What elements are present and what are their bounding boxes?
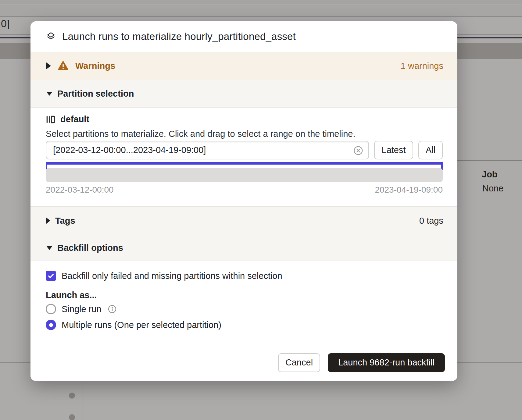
tags-section-toggle[interactable]: Tags 0 tags [30, 206, 457, 235]
multiple-runs-label: Multiple runs (One per selected partitio… [62, 320, 221, 330]
warnings-label: Warnings [75, 61, 115, 71]
timeline-end-date: 2023-04-19-09:00 [375, 185, 443, 195]
checkbox-label: Backfill only failed and missing partiti… [62, 271, 282, 281]
dialog-footer: Cancel Launch 9682-run backfill [30, 344, 457, 381]
failed-missing-checkbox-row[interactable]: Backfill only failed and missing partiti… [46, 271, 282, 281]
single-run-label: Single run [62, 304, 102, 314]
backfill-options-header: Backfill options [57, 243, 123, 253]
partition-helper-text: Select partitions to materialize. Click … [46, 129, 356, 139]
warnings-count: 1 warnings [401, 61, 443, 71]
chevron-down-icon [46, 246, 52, 250]
partition-input-row: [2022-03-12-00:00...2023-04-19-09:00] La… [46, 141, 443, 159]
launch-as-label: Launch as... [46, 290, 97, 300]
backfill-options-toggle[interactable]: Backfill options [30, 235, 457, 261]
warning-icon [58, 61, 69, 71]
single-run-option[interactable]: Single run [46, 304, 117, 314]
backfill-options-content: Backfill only failed and missing partiti… [30, 261, 457, 344]
chevron-down-icon [46, 92, 52, 96]
dialog-header: Launch runs to materialize hourly_partit… [30, 21, 457, 52]
checkbox-checked-icon[interactable] [46, 271, 56, 281]
multiple-runs-option[interactable]: Multiple runs (One per selected partitio… [46, 320, 221, 330]
all-button[interactable]: All [418, 141, 443, 159]
launch-backfill-button[interactable]: Launch 9682-run backfill [328, 353, 445, 372]
partition-timeline[interactable] [46, 168, 443, 182]
tags-header: Tags [55, 216, 75, 226]
cancel-button[interactable]: Cancel [278, 353, 320, 372]
latest-button[interactable]: Latest [374, 141, 413, 159]
dialog-title: Launch runs to materialize hourly_partit… [62, 31, 296, 42]
partition-selection-header: Partition selection [57, 89, 134, 99]
radio-selected-icon[interactable] [46, 320, 56, 330]
partition-selection-content: default Select partitions to materialize… [30, 107, 457, 206]
partition-range-value: [2022-03-12-00:00...2023-04-19-09:00] [53, 145, 206, 155]
clear-input-icon[interactable] [353, 145, 363, 156]
timeline-start-date: 2022-03-12-00:00 [46, 185, 114, 195]
timeline-date-row: 2022-03-12-00:00 2023-04-19-09:00 [46, 185, 443, 195]
dimension-row: default [46, 114, 89, 124]
tags-count: 0 tags [419, 216, 443, 226]
partition-selection-toggle[interactable]: Partition selection [30, 80, 457, 107]
radio-unselected-icon[interactable] [46, 304, 56, 314]
chevron-right-icon [46, 62, 51, 69]
partition-range-input[interactable]: [2022-03-12-00:00...2023-04-19-09:00] [46, 141, 369, 159]
partition-icon [46, 115, 55, 124]
asset-layers-icon [46, 31, 56, 42]
launch-backfill-dialog: Launch runs to materialize hourly_partit… [30, 21, 457, 381]
info-icon[interactable] [108, 304, 117, 314]
chevron-right-icon [46, 218, 50, 224]
dimension-name: default [60, 114, 89, 124]
warnings-section-toggle[interactable]: Warnings 1 warnings [30, 52, 457, 80]
